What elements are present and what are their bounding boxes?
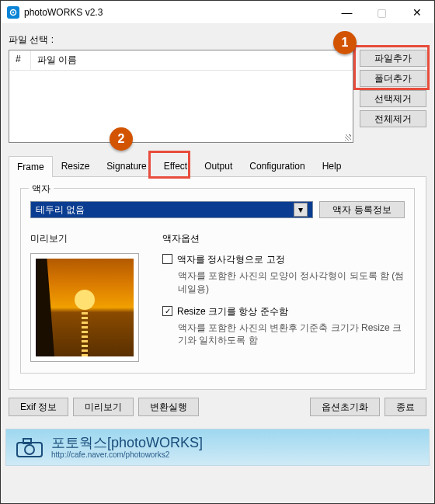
window-title: photoWORKS v2.3 bbox=[24, 7, 329, 18]
keep-resize-desc: 액자를 포함한 사진의 변환후 기준축 크기가 Resize 크기와 일치하도록… bbox=[178, 322, 405, 348]
tab-help[interactable]: Help bbox=[314, 155, 350, 176]
tab-frame[interactable]: Frame bbox=[9, 156, 53, 177]
run-button[interactable]: 변환실행 bbox=[138, 398, 199, 416]
frame-combo[interactable]: 테두리 없음 ▾ bbox=[30, 201, 313, 218]
frame-group-title: 액자 bbox=[29, 182, 54, 196]
preview-label: 미리보기 bbox=[30, 232, 68, 245]
exit-button[interactable]: 종료 bbox=[385, 398, 426, 416]
title-bar: photoWORKS v2.3 — ▢ ✕ bbox=[1, 1, 434, 24]
frame-group: 액자 테두리 없음 ▾ 액자 등록정보 미리보기 bbox=[20, 188, 415, 374]
frame-options: 액자옵션 액자를 정사각형으로 고정 액자를 포함한 사진의 모양이 정사각형이… bbox=[162, 232, 405, 362]
reset-options-button[interactable]: 옵션초기화 bbox=[310, 398, 380, 416]
annotation-badge-1: 1 bbox=[333, 31, 357, 54]
exif-button[interactable]: Exif 정보 bbox=[9, 398, 68, 416]
square-lock-checkbox[interactable] bbox=[162, 254, 172, 264]
preview-button[interactable]: 미리보기 bbox=[73, 398, 134, 416]
tab-resize[interactable]: Resize bbox=[53, 155, 99, 176]
file-list[interactable]: # 파일 이름 bbox=[9, 50, 353, 143]
chevron-down-icon: ▾ bbox=[294, 203, 308, 217]
tab-signature[interactable]: Signature bbox=[98, 155, 155, 176]
square-lock-label: 액자를 정사각형으로 고정 bbox=[177, 253, 285, 266]
footer-banner: 포토웍스[photoWORKS] http://cafe.naver.com/p… bbox=[5, 429, 430, 466]
frame-register-button[interactable]: 액자 등록정보 bbox=[319, 201, 405, 218]
footer-url: http://cafe.naver.com/photoworks2 bbox=[51, 450, 203, 459]
frame-preview bbox=[30, 253, 139, 362]
close-button[interactable]: ✕ bbox=[399, 1, 434, 24]
svg-point-1 bbox=[12, 11, 14, 12]
footer-brand: 포토웍스[photoWORKS] bbox=[51, 435, 203, 450]
tab-config[interactable]: Configuration bbox=[241, 155, 313, 176]
square-lock-desc: 액자를 포함한 사진의 모양이 정사각형이 되도록 함 (썸네일용) bbox=[178, 269, 405, 296]
maximize-button[interactable]: ▢ bbox=[364, 1, 399, 24]
remove-all-button[interactable]: 전체제거 bbox=[360, 110, 426, 127]
resize-handle-icon[interactable] bbox=[342, 131, 353, 142]
svg-rect-3 bbox=[23, 439, 31, 443]
remove-selected-button[interactable]: 선택제거 bbox=[360, 90, 426, 107]
minimize-button[interactable]: — bbox=[329, 1, 364, 24]
annotation-badge-2: 2 bbox=[110, 127, 133, 151]
file-select-label: 파일 선택 : bbox=[9, 33, 426, 47]
keep-resize-checkbox[interactable]: ✓ bbox=[162, 306, 172, 316]
preview-image bbox=[36, 259, 134, 356]
keep-resize-label: Resize 크기를 항상 준수함 bbox=[177, 305, 288, 318]
app-window: photoWORKS v2.3 — ▢ ✕ 파일 선택 : # 파일 이름 파일… bbox=[0, 0, 435, 504]
file-col-name[interactable]: 파일 이름 bbox=[31, 50, 353, 70]
frame-combo-value: 테두리 없음 bbox=[36, 203, 85, 217]
frame-options-title: 액자옵션 bbox=[162, 232, 405, 245]
add-folder-button[interactable]: 폴더추가 bbox=[360, 70, 426, 87]
svg-point-4 bbox=[25, 445, 34, 454]
app-icon bbox=[7, 6, 19, 19]
camera-icon bbox=[16, 436, 44, 458]
frame-panel: 액자 테두리 없음 ▾ 액자 등록정보 미리보기 bbox=[9, 177, 426, 390]
tab-effect[interactable]: Effect bbox=[155, 155, 196, 176]
tab-output[interactable]: Output bbox=[196, 155, 241, 176]
tab-bar: Frame Resize Signature Effect Output Con… bbox=[9, 155, 426, 177]
file-col-num[interactable]: # bbox=[9, 50, 31, 70]
add-file-button[interactable]: 파일추가 bbox=[360, 50, 426, 67]
